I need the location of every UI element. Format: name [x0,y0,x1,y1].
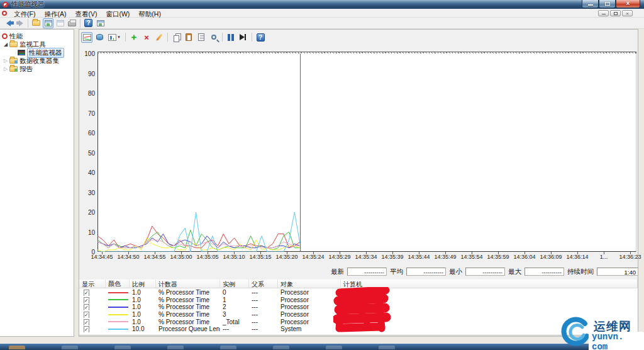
help-icon: ? [84,19,92,27]
column-object[interactable]: 对象 [278,279,341,288]
expanded-arrow-icon[interactable]: ◢ [4,42,9,47]
cell-parent: --- [249,296,278,303]
toolbar-separator [252,33,252,42]
forward-button[interactable] [14,18,25,28]
menu-帮助[interactable]: 帮助(H) [134,10,165,18]
taskbar-item[interactable] [167,346,184,349]
menu-查看[interactable]: 查看(V) [70,10,101,18]
column-color[interactable]: 颜色 [106,279,130,288]
taskbar-item[interactable] [273,346,289,349]
show-checkbox[interactable]: ✓ [84,319,89,325]
copy-properties-button[interactable] [170,32,182,43]
y-axis-label: 70 [73,110,95,117]
child-restore-button[interactable] [610,10,621,16]
child-close-button[interactable]: × [622,10,633,16]
menu-文件[interactable]: 文件(F) [9,10,40,18]
cell-show: ✓ [79,296,106,303]
column-parent[interactable]: 父系 [249,279,278,288]
menu-操作[interactable]: 操作(A) [40,10,70,18]
minimum-label: 最小 [449,268,462,276]
copy-icon [174,35,179,42]
child-minimize-button[interactable] [598,10,609,16]
view-log-data-button[interactable] [94,32,105,43]
change-graph-type-button[interactable]: ▼ [106,32,123,43]
taskbar-sliver[interactable] [0,344,644,350]
tree-item-data-collector-sets[interactable]: ▷ 数据收集器集 [4,57,59,65]
close-button[interactable]: × [616,0,640,8]
minimize-button[interactable] [582,0,599,8]
menu-窗口[interactable]: 窗口(W) [101,10,134,18]
restore-icon [605,2,610,6]
show-checkbox[interactable]: ✓ [84,326,89,332]
collector-badge [14,60,18,64]
open-saved-console-button[interactable] [31,18,42,28]
taskbar-item[interactable] [220,346,236,349]
folder-icon [9,58,18,64]
show-checkbox[interactable]: ✓ [84,290,89,296]
cell-instance: _Total [220,319,249,325]
print-button[interactable] [67,18,77,28]
cell-show: ✓ [79,289,106,296]
tree-item-performance-monitor[interactable]: 性能监视器 [18,48,64,57]
counter-color-line [108,321,128,322]
highlight-button[interactable] [153,32,165,43]
taskbar-item[interactable] [9,346,25,349]
watermark: 运维网 yunvn. com [557,315,644,347]
show-action-pane-button[interactable] [95,18,106,28]
export-list-button[interactable] [55,18,65,28]
cell-show: ✓ [79,303,106,310]
taskbar-item[interactable] [379,346,395,349]
paste-icon [186,33,192,41]
cell-scale: 1.0 [130,296,156,303]
collapsed-arrow-icon[interactable]: ▷ [4,66,9,72]
tree-item-performance-root[interactable]: 性能 [2,32,23,40]
toolbar-separator [28,19,28,28]
show-checkbox[interactable]: ✓ [84,297,89,303]
properties-button[interactable] [196,32,207,43]
performance-monitor-window: 性能监视器 × 文件(F)操作(A)查看(V)窗口(W)帮助(H) × ? [0,0,644,350]
cell-instance: --- [220,325,249,332]
taskbar-item[interactable] [62,346,78,349]
cell-show: ✓ [79,325,106,332]
delete-counter-button[interactable]: × [141,32,152,43]
column-instance[interactable]: 实例 [220,279,249,288]
paste-counter-list-button[interactable] [183,32,194,43]
show-console-tree-button[interactable] [43,18,53,28]
cell-counter: % Processor Time [156,303,220,310]
counter-color-line [108,299,128,300]
help-button[interactable]: ? [83,18,94,28]
taskbar-item[interactable] [114,346,131,349]
restore-button[interactable] [599,0,616,8]
tree-item-reports[interactable]: ▷ 报告 [4,65,33,73]
view-current-activity-button[interactable] [81,32,92,43]
latest-value: ---------- [347,268,387,276]
chart-help-button[interactable]: ? [255,32,266,43]
show-checkbox[interactable]: ✓ [84,312,89,318]
show-checkbox[interactable]: ✓ [84,304,89,310]
toolbar-separator [125,33,126,42]
taskbar-item[interactable] [326,346,342,349]
minimum-value: ---------- [465,268,505,276]
cell-color [106,321,130,322]
column-counter[interactable]: 计数器 [156,279,220,288]
tree-label: 数据收集器集 [19,57,59,65]
add-counter-button[interactable]: + [128,32,140,43]
column-scale[interactable]: 比例 [130,279,156,288]
export-list-icon [57,20,64,26]
folder-icon [9,66,18,72]
maximum-value: ---------- [525,268,564,276]
zoom-button[interactable] [208,32,219,43]
y-axis-label: 20 [73,209,95,216]
forward-icon [19,20,26,26]
tree-label: 性能 [9,32,23,41]
average-value: ---------- [406,268,446,276]
cell-counter: % Processor Time [156,296,220,303]
back-button[interactable] [3,18,13,28]
column-show[interactable]: 显示 [79,279,106,288]
toolbar-separator [80,19,80,28]
cell-counter: % Processor Time [156,289,220,296]
collapsed-arrow-icon[interactable]: ▷ [4,58,9,64]
update-data-button[interactable] [238,32,249,43]
y-axis-label: 10 [73,229,95,236]
freeze-display-button[interactable] [225,32,236,43]
